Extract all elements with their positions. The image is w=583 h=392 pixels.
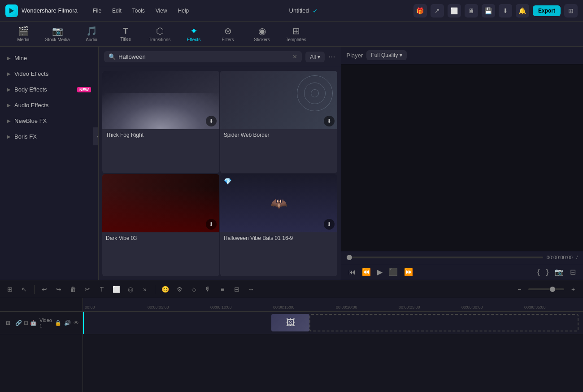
ruler-mark: 00:00:10:00	[209, 305, 271, 309]
track-visibility-icon[interactable]: 👁	[74, 320, 79, 326]
effects-sidebar: ▶ Mine ▶ Video Effects ▶ Body Effects NE…	[0, 47, 99, 280]
tool-stock-media[interactable]: 📷 Stock Media	[41, 23, 74, 45]
gift-btn[interactable]: 🎁	[413, 4, 427, 17]
step-forward-button[interactable]: ⏩	[402, 267, 415, 277]
keyframe-button[interactable]: ◇	[187, 283, 200, 296]
menu-bar: File Edit Tools View Help	[88, 6, 194, 16]
sidebar-item-video-effects[interactable]: ▶ Video Effects	[0, 66, 98, 82]
text-button[interactable]: T	[96, 283, 108, 296]
playback-progress-bar[interactable]	[347, 257, 543, 258]
download-effect-button[interactable]: ⬇	[324, 116, 335, 126]
video-clip[interactable]: 🖼 +	[271, 314, 309, 331]
media-icon: 🎬	[18, 26, 29, 36]
effect-name: Dark Vibe 03	[102, 232, 219, 244]
stop-button[interactable]: ⬛	[387, 267, 400, 277]
mark-out-button[interactable]: }	[544, 267, 550, 277]
step-back-button[interactable]: ⏪	[360, 267, 373, 277]
face-blur-button[interactable]: 😊	[159, 283, 171, 296]
speed-button[interactable]: »	[139, 283, 151, 296]
zoom-in-button[interactable]: +	[567, 283, 579, 296]
more-options-button[interactable]: ···	[328, 52, 335, 61]
save-btn[interactable]: 💾	[482, 4, 495, 17]
trim-button[interactable]: ↔	[245, 283, 257, 296]
search-input[interactable]	[118, 53, 290, 60]
sidebar-collapse-btn[interactable]: ‹	[93, 127, 99, 145]
arrow-icon: ▶	[7, 134, 11, 139]
notification-btn[interactable]: 🔔	[516, 4, 529, 17]
tool-templates[interactable]: ⊞ Templates	[280, 23, 312, 45]
download-effect-button[interactable]: ⬇	[324, 219, 335, 230]
sidebar-item-audio-effects[interactable]: ▶ Audio Effects	[0, 97, 98, 113]
sidebar-item-body-effects[interactable]: ▶ Body Effects NEW	[0, 82, 98, 97]
download-effect-button[interactable]: ⬇	[206, 219, 217, 230]
redo-button[interactable]: ↪	[52, 283, 65, 296]
ruler-marks: 00:00 00:00:05:00 00:00:10:00 00:00:15:0…	[83, 305, 583, 309]
effect-card-dark-vibe-03[interactable]: ⬇ Dark Vibe 03	[102, 174, 219, 276]
audio-button[interactable]: 🎙	[202, 283, 214, 296]
export-button[interactable]: Export	[533, 5, 561, 16]
menu-file[interactable]: File	[88, 6, 106, 16]
undo-button[interactable]: ↩	[38, 283, 51, 296]
filter-dropdown[interactable]: All ▾	[305, 52, 325, 62]
grid-btn[interactable]: ⊞	[564, 4, 578, 17]
add-track-button[interactable]: ⊞	[4, 318, 13, 327]
tool-media[interactable]: 🎬 Media	[7, 23, 39, 45]
menu-help[interactable]: Help	[174, 6, 194, 16]
delete-button[interactable]: 🗑	[67, 283, 79, 296]
sidebar-item-boris-fx[interactable]: ▶ Boris FX	[0, 129, 98, 144]
track-split-icon[interactable]: ⊟	[24, 320, 28, 326]
drop-zone[interactable]	[309, 314, 579, 331]
effects-panel: 🔍 ✕ All ▾ ··· ⬇ Thick Fog Right	[99, 47, 341, 280]
split-button[interactable]: ⊟	[568, 267, 578, 277]
cut-button[interactable]: ✂	[81, 283, 94, 296]
ai-effects-button[interactable]: ⚙	[173, 283, 186, 296]
tool-stickers[interactable]: ◉ Stickers	[246, 23, 278, 45]
screen-record-button[interactable]: ⊟	[231, 283, 243, 296]
tool-titles[interactable]: T Titles	[109, 23, 142, 45]
track-link-icon[interactable]: 🔗	[15, 320, 22, 326]
search-bar: 🔍 ✕ All ▾ ···	[99, 47, 341, 67]
download-btn[interactable]: ⬇	[499, 4, 512, 17]
tool-transitions[interactable]: ⬡ Transitions	[144, 23, 176, 45]
auto-caption-button[interactable]: ≡	[216, 283, 229, 296]
color-button[interactable]: ◎	[124, 283, 137, 296]
new-badge: NEW	[77, 87, 91, 92]
player-action-buttons: ⏮ ⏪ ▶ ⬛ ⏩ { } 📷 ⊟	[341, 264, 583, 280]
audio-icon: 🎵	[86, 26, 97, 36]
crop-button[interactable]: ⬜	[110, 283, 122, 296]
menu-edit[interactable]: Edit	[108, 6, 126, 16]
effect-card-thick-fog-right[interactable]: ⬇ Thick Fog Right	[102, 71, 219, 173]
title-actions: 🎁 ↗ ⬜ 🖥 💾 ⬇ 🔔 Export ⊞	[413, 4, 578, 17]
mark-in-button[interactable]: {	[535, 267, 541, 277]
monitor-btn[interactable]: 🖥	[465, 4, 478, 17]
record-btn[interactable]: ⬜	[448, 4, 461, 17]
stickers-icon: ◉	[258, 26, 266, 36]
share-btn[interactable]: ↗	[431, 4, 444, 17]
quality-dropdown[interactable]: Full Quality ▾	[366, 50, 407, 60]
menu-view[interactable]: View	[151, 6, 172, 16]
download-effect-button[interactable]: ⬇	[206, 116, 217, 126]
clear-search-button[interactable]: ✕	[292, 53, 297, 60]
track-audio-icon[interactable]: 🔊	[64, 320, 71, 326]
track-ai-icon[interactable]: 🤖	[30, 320, 37, 326]
sidebar-item-mine[interactable]: ▶ Mine	[0, 50, 98, 66]
player-label: Player	[347, 52, 363, 59]
tool-filters[interactable]: ⊛ Filters	[212, 23, 244, 45]
track-lock-icon[interactable]: 🔒	[55, 320, 61, 326]
zoom-out-button[interactable]: −	[513, 283, 526, 296]
effect-card-halloween-vibe-bats[interactable]: 💎 🦇 ⬇ Halloween Vibe Bats 01 16-9	[220, 174, 337, 276]
effect-card-spider-web-border[interactable]: ⬇ Spider Web Border	[220, 71, 337, 173]
play-button[interactable]: ▶	[375, 267, 384, 277]
select-tool-button[interactable]: ↖	[18, 283, 30, 296]
ruler-mark: 00:00:15:00	[271, 305, 334, 309]
menu-tools[interactable]: Tools	[128, 6, 149, 16]
sidebar-item-newblue-fx[interactable]: ▶ NewBlue FX	[0, 113, 98, 129]
export-frame-button[interactable]: 📷	[553, 267, 566, 277]
prev-frame-button[interactable]: ⏮	[347, 267, 357, 277]
split-clip-button[interactable]: ⊞	[4, 283, 16, 296]
tool-audio[interactable]: 🎵 Audio	[75, 23, 108, 45]
time-separator: /	[576, 255, 578, 260]
heart-icon: 💎	[224, 178, 231, 185]
zoom-slider[interactable]	[528, 288, 564, 290]
tool-effects[interactable]: ✦ Effects	[178, 23, 210, 45]
